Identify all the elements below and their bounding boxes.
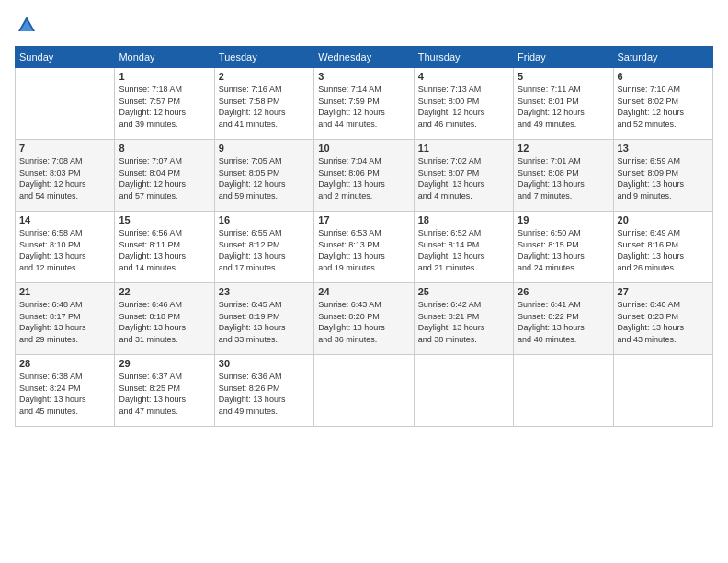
calendar-cell: 27Sunrise: 6:40 AM Sunset: 8:23 PM Dayli… <box>613 283 712 355</box>
calendar-cell: 8Sunrise: 7:07 AM Sunset: 8:04 PM Daylig… <box>115 140 214 212</box>
calendar-cell <box>314 355 414 427</box>
day-info: Sunrise: 7:04 AM Sunset: 8:06 PM Dayligh… <box>318 155 409 201</box>
day-info: Sunrise: 6:53 AM Sunset: 8:13 PM Dayligh… <box>318 227 409 273</box>
weekday-header-sunday: Sunday <box>16 47 115 68</box>
day-number: 21 <box>19 286 110 297</box>
calendar-cell: 2Sunrise: 7:16 AM Sunset: 7:58 PM Daylig… <box>214 68 313 140</box>
calendar-cell: 16Sunrise: 6:55 AM Sunset: 8:12 PM Dayli… <box>214 212 313 283</box>
weekday-header-saturday: Saturday <box>613 47 712 68</box>
calendar-cell: 20Sunrise: 6:49 AM Sunset: 8:16 PM Dayli… <box>613 212 712 283</box>
day-number: 9 <box>219 143 310 154</box>
day-number: 14 <box>19 214 110 225</box>
calendar-cell: 4Sunrise: 7:13 AM Sunset: 8:00 PM Daylig… <box>414 68 513 140</box>
calendar-cell <box>613 355 712 427</box>
day-info: Sunrise: 7:01 AM Sunset: 8:08 PM Dayligh… <box>518 155 609 201</box>
day-info: Sunrise: 7:11 AM Sunset: 8:01 PM Dayligh… <box>518 84 609 130</box>
day-info: Sunrise: 7:05 AM Sunset: 8:05 PM Dayligh… <box>219 155 310 201</box>
day-info: Sunrise: 6:58 AM Sunset: 8:10 PM Dayligh… <box>19 227 110 273</box>
calendar-cell: 26Sunrise: 6:41 AM Sunset: 8:22 PM Dayli… <box>514 283 613 355</box>
day-info: Sunrise: 6:42 AM Sunset: 8:21 PM Dayligh… <box>418 299 509 345</box>
day-number: 17 <box>318 214 409 225</box>
calendar-cell: 3Sunrise: 7:14 AM Sunset: 7:59 PM Daylig… <box>314 68 414 140</box>
calendar-cell <box>414 355 513 427</box>
day-number: 24 <box>318 286 409 297</box>
day-info: Sunrise: 7:08 AM Sunset: 8:03 PM Dayligh… <box>19 155 110 201</box>
day-info: Sunrise: 7:07 AM Sunset: 8:04 PM Dayligh… <box>119 155 210 201</box>
calendar-cell: 28Sunrise: 6:38 AM Sunset: 8:24 PM Dayli… <box>16 355 115 427</box>
day-number: 30 <box>219 358 310 369</box>
calendar-cell <box>16 68 115 140</box>
calendar-cell: 7Sunrise: 7:08 AM Sunset: 8:03 PM Daylig… <box>16 140 115 212</box>
day-number: 28 <box>19 358 110 369</box>
day-info: Sunrise: 6:56 AM Sunset: 8:11 PM Dayligh… <box>119 227 210 273</box>
logo-icon <box>17 15 37 35</box>
calendar-cell: 23Sunrise: 6:45 AM Sunset: 8:19 PM Dayli… <box>214 283 313 355</box>
day-info: Sunrise: 6:40 AM Sunset: 8:23 PM Dayligh… <box>618 299 709 345</box>
calendar-cell: 24Sunrise: 6:43 AM Sunset: 8:20 PM Dayli… <box>314 283 414 355</box>
weekday-header-monday: Monday <box>115 47 214 68</box>
day-info: Sunrise: 6:59 AM Sunset: 8:09 PM Dayligh… <box>618 155 709 201</box>
calendar-cell: 18Sunrise: 6:52 AM Sunset: 8:14 PM Dayli… <box>414 212 513 283</box>
day-info: Sunrise: 6:52 AM Sunset: 8:14 PM Dayligh… <box>418 227 509 273</box>
day-info: Sunrise: 7:16 AM Sunset: 7:58 PM Dayligh… <box>219 84 310 130</box>
day-number: 6 <box>618 71 709 82</box>
weekday-header-thursday: Thursday <box>414 47 513 68</box>
weekday-header-row: SundayMondayTuesdayWednesdayThursdayFrid… <box>16 47 713 68</box>
day-info: Sunrise: 7:18 AM Sunset: 7:57 PM Dayligh… <box>119 84 210 130</box>
day-info: Sunrise: 7:14 AM Sunset: 7:59 PM Dayligh… <box>318 84 409 130</box>
day-info: Sunrise: 6:38 AM Sunset: 8:24 PM Dayligh… <box>19 371 110 417</box>
day-number: 15 <box>119 214 210 225</box>
day-info: Sunrise: 6:37 AM Sunset: 8:25 PM Dayligh… <box>119 371 210 417</box>
calendar-cell: 10Sunrise: 7:04 AM Sunset: 8:06 PM Dayli… <box>314 140 414 212</box>
calendar-cell: 14Sunrise: 6:58 AM Sunset: 8:10 PM Dayli… <box>16 212 115 283</box>
day-info: Sunrise: 6:55 AM Sunset: 8:12 PM Dayligh… <box>219 227 310 273</box>
day-number: 4 <box>418 71 509 82</box>
page-header <box>15 15 713 35</box>
day-number: 1 <box>119 71 210 82</box>
calendar-cell: 13Sunrise: 6:59 AM Sunset: 8:09 PM Dayli… <box>613 140 712 212</box>
day-number: 7 <box>19 143 110 154</box>
calendar-body: 1Sunrise: 7:18 AM Sunset: 7:57 PM Daylig… <box>16 68 713 427</box>
calendar-cell: 25Sunrise: 6:42 AM Sunset: 8:21 PM Dayli… <box>414 283 513 355</box>
calendar-cell: 6Sunrise: 7:10 AM Sunset: 8:02 PM Daylig… <box>613 68 712 140</box>
day-info: Sunrise: 6:46 AM Sunset: 8:18 PM Dayligh… <box>119 299 210 345</box>
calendar-cell: 5Sunrise: 7:11 AM Sunset: 8:01 PM Daylig… <box>514 68 613 140</box>
calendar-table: SundayMondayTuesdayWednesdayThursdayFrid… <box>15 46 713 427</box>
calendar-cell: 15Sunrise: 6:56 AM Sunset: 8:11 PM Dayli… <box>115 212 214 283</box>
weekday-header-tuesday: Tuesday <box>214 47 313 68</box>
calendar-cell: 22Sunrise: 6:46 AM Sunset: 8:18 PM Dayli… <box>115 283 214 355</box>
day-number: 10 <box>318 143 409 154</box>
day-number: 22 <box>119 286 210 297</box>
day-info: Sunrise: 6:50 AM Sunset: 8:15 PM Dayligh… <box>518 227 609 273</box>
day-number: 5 <box>518 71 609 82</box>
day-info: Sunrise: 6:48 AM Sunset: 8:17 PM Dayligh… <box>19 299 110 345</box>
day-info: Sunrise: 6:36 AM Sunset: 8:26 PM Dayligh… <box>219 371 310 417</box>
day-number: 3 <box>318 71 409 82</box>
day-number: 2 <box>219 71 310 82</box>
day-info: Sunrise: 6:49 AM Sunset: 8:16 PM Dayligh… <box>618 227 709 273</box>
day-number: 11 <box>418 143 509 154</box>
calendar-cell: 17Sunrise: 6:53 AM Sunset: 8:13 PM Dayli… <box>314 212 414 283</box>
calendar-cell: 11Sunrise: 7:02 AM Sunset: 8:07 PM Dayli… <box>414 140 513 212</box>
calendar-week-row: 21Sunrise: 6:48 AM Sunset: 8:17 PM Dayli… <box>16 283 713 355</box>
day-info: Sunrise: 6:45 AM Sunset: 8:19 PM Dayligh… <box>219 299 310 345</box>
calendar-cell: 29Sunrise: 6:37 AM Sunset: 8:25 PM Dayli… <box>115 355 214 427</box>
day-number: 18 <box>418 214 509 225</box>
calendar-week-row: 28Sunrise: 6:38 AM Sunset: 8:24 PM Dayli… <box>16 355 713 427</box>
weekday-header-wednesday: Wednesday <box>314 47 414 68</box>
day-number: 25 <box>418 286 509 297</box>
calendar-cell <box>514 355 613 427</box>
calendar-week-row: 7Sunrise: 7:08 AM Sunset: 8:03 PM Daylig… <box>16 140 713 212</box>
calendar-cell: 21Sunrise: 6:48 AM Sunset: 8:17 PM Dayli… <box>16 283 115 355</box>
day-info: Sunrise: 7:02 AM Sunset: 8:07 PM Dayligh… <box>418 155 509 201</box>
logo <box>15 15 37 35</box>
day-number: 26 <box>518 286 609 297</box>
day-info: Sunrise: 6:41 AM Sunset: 8:22 PM Dayligh… <box>518 299 609 345</box>
day-number: 12 <box>518 143 609 154</box>
calendar-cell: 19Sunrise: 6:50 AM Sunset: 8:15 PM Dayli… <box>514 212 613 283</box>
calendar-cell: 1Sunrise: 7:18 AM Sunset: 7:57 PM Daylig… <box>115 68 214 140</box>
day-number: 13 <box>618 143 709 154</box>
day-number: 29 <box>119 358 210 369</box>
calendar-cell: 30Sunrise: 6:36 AM Sunset: 8:26 PM Dayli… <box>214 355 313 427</box>
calendar-week-row: 14Sunrise: 6:58 AM Sunset: 8:10 PM Dayli… <box>16 212 713 283</box>
